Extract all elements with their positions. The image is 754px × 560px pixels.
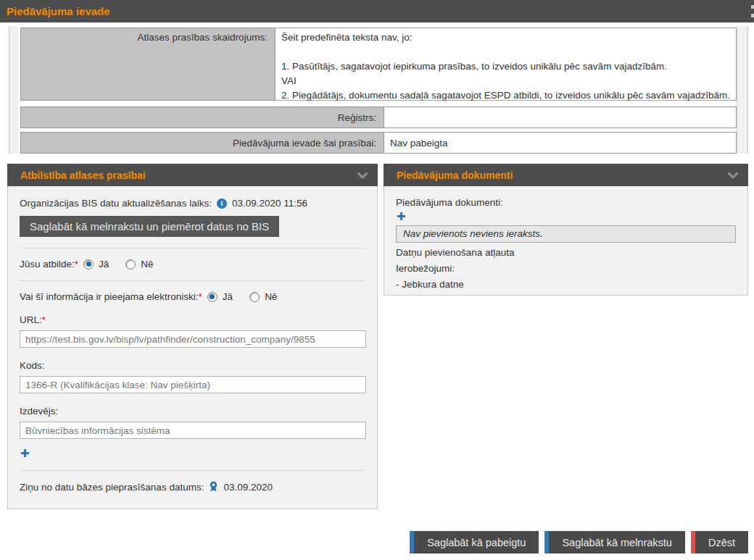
explanation-line [281,45,730,59]
electronic-yes-label: Jā [223,291,233,302]
upload-restrictions: Datņu pievienošana atļauta Ierobežojumi:… [396,246,736,292]
explanation-row: Atlases prasības skaidrojums: Šeit prede… [20,28,737,101]
offer-entry-page: Piedāvājuma ievade Atlases prasības skai… [0,0,754,560]
title-bar: Piedāvājuma ievade [0,0,754,22]
compliance-panel-header[interactable]: Atbilstība atlases prasībai [7,164,378,186]
explanation-label: Atlases prasības skaidrojums: [20,28,276,101]
explanation-value: Šeit predefinēta teksta nav, jo: 1. Pasū… [276,28,737,101]
electronic-no-radio[interactable] [249,292,260,302]
electronic-row: Vai šī informācija ir pieejama elektroni… [20,291,365,302]
required-asterisk: * [75,259,78,269]
explanation-line: Šeit predefinēta teksta nav, jo: [281,30,730,45]
page-title: Piedāvājuma ievade [0,0,754,22]
apply-bis-data-button[interactable]: Saglabāt kā melnrakstu un piemērot datus… [20,216,279,237]
seal-icon[interactable] [209,481,218,493]
explanation-line: 1. Pasūtītājs, sagatavojot iepirkuma pra… [281,59,730,74]
upload-allowed-text: Datņu pievienošana atļauta [396,246,736,260]
form-left-gutter [9,26,18,154]
restrictions-label: Ierobežojumi: [396,262,736,276]
bis-update-line: Organizācijas BIS datu aktualizēšanas la… [20,198,365,209]
answer-yes-radio[interactable] [83,259,94,269]
electronic-label: Vai šī informācija ir pieejama elektroni… [20,291,202,302]
offer-status-row: Piedāvājuma ievade šai prasībai: Nav pab… [20,132,737,154]
divider [20,280,365,281]
offer-status-label: Piedāvājuma ievade šai prasībai: [20,132,384,154]
bis-update-value: 03.09.2020 11:56 [232,198,307,209]
electronic-no-label: Nē [265,291,277,302]
explanation-line: VAI [281,74,730,88]
code-input[interactable] [20,376,366,393]
url-label: URL:* [20,314,365,325]
register-row: Reģistrs: [20,106,737,128]
documents-panel-title: Piedāvājuma dokumenti [397,170,513,181]
answer-no-label: Nē [141,259,153,269]
explanation-line: 2. Piegādātājs, dokumentu sadaļā sagatav… [281,88,730,103]
required-asterisk: * [42,314,46,325]
request-date-value: 03.09.2020 [223,482,273,493]
save-as-completed-button[interactable]: Saglabāt kā pabeigtu [410,531,539,553]
info-icon[interactable]: i [217,198,227,209]
form-right-gutter [737,26,748,154]
issuer-label: Izdevējs: [20,406,365,417]
window-control-icon [751,5,754,18]
issuer-input[interactable] [20,422,366,439]
empty-records-message: Nav pievienots neviens ieraksts. [396,225,736,243]
register-label: Reģistrs: [20,106,384,128]
documents-panel-body: Piedāvājuma dokumenti: ✚ Nav pievienots … [384,186,748,296]
answer-label: Jūsu atbilde:* [20,259,78,269]
delete-button[interactable]: Dzēst [691,531,748,553]
electronic-yes-radio[interactable] [207,292,218,302]
save-as-draft-button[interactable]: Saglabāt kā melnrakstu [544,531,685,553]
add-icon[interactable]: ✚ [20,448,30,459]
offer-status-value: Nav pabeigta [384,132,737,154]
request-date-label: Ziņu no datu bāzes pieprasīšanas datums: [20,482,204,493]
compliance-panel-title: Atbilstība atlases prasībai [20,170,146,181]
required-asterisk: * [199,291,202,302]
restriction-item: - Jebkura datne [396,277,736,292]
chevron-down-icon[interactable] [357,172,368,179]
answer-yes-label: Jā [99,259,109,269]
request-date-line: Ziņu no datu bāzes pieprasīšanas datums:… [20,481,365,493]
answer-row: Jūsu atbilde:* Jā Nē [20,259,365,269]
divider [20,470,365,471]
documents-label: Piedāvājuma dokumenti: [396,197,736,208]
compliance-panel-body: Organizācijas BIS datu aktualizēšanas la… [7,186,378,509]
add-document-icon[interactable]: ✚ [397,211,406,222]
bis-update-label: Organizācijas BIS datu aktualizēšanas la… [20,198,212,209]
url-input[interactable] [20,330,366,348]
answer-no-radio[interactable] [125,259,136,269]
footer-actions: Saglabāt kā pabeigtu Saglabāt kā melnrak… [0,531,748,553]
register-field [384,106,737,128]
code-label: Kods: [20,360,365,371]
divider [20,248,365,248]
documents-panel-header[interactable]: Piedāvājuma dokumenti [384,164,748,186]
documents-panel: Piedāvājuma dokumenti Piedāvājuma dokume… [384,164,748,296]
chevron-down-icon[interactable] [727,172,739,179]
compliance-panel: Atbilstība atlases prasībai Organizācija… [7,164,378,509]
